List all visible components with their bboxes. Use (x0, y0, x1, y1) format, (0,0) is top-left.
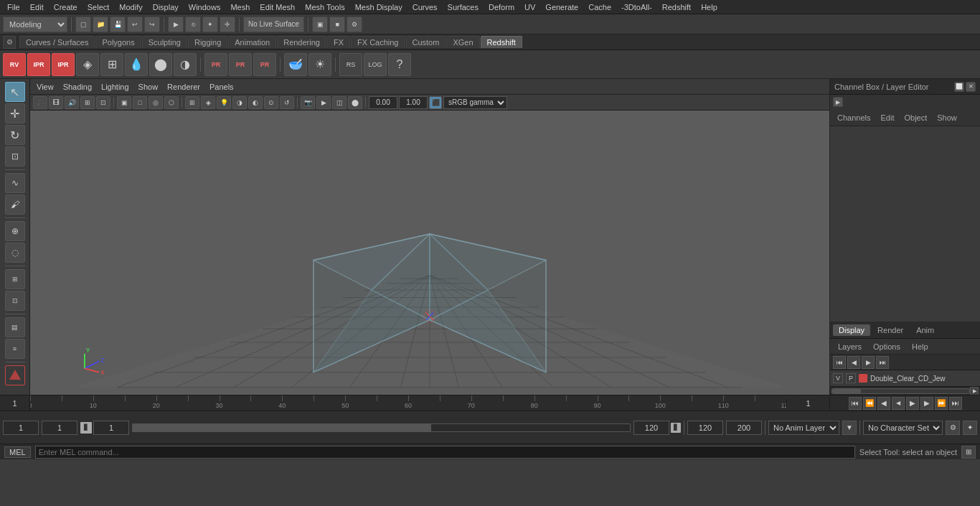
vp-snap-btn[interactable]: ⊡ (96, 96, 110, 109)
layers-menu-layers[interactable]: Layers (834, 342, 865, 352)
ch-tab-object[interactable]: Object (900, 112, 931, 123)
layer-btn-1[interactable]: ⏮ (833, 356, 846, 369)
viewport-canvas[interactable]: persp Z Y X (30, 111, 829, 395)
vp-nurbss-btn[interactable]: ⬤ (348, 96, 362, 109)
layer-color-swatch[interactable] (859, 374, 867, 383)
redshift-logo-btn[interactable] (5, 365, 25, 385)
shelf-tab-xgen[interactable]: XGen (446, 36, 479, 48)
menu-cache[interactable]: Cache (584, 1, 616, 13)
redo-btn[interactable]: ↪ (144, 17, 160, 32)
vp-smooth-btn[interactable]: ◎ (149, 96, 163, 109)
menu-windows[interactable]: Windows (184, 1, 225, 13)
vp-wire-btn[interactable]: ⬡ (164, 96, 179, 109)
soft-mod-btn[interactable]: ◌ (5, 243, 25, 263)
rs-icon-half-sphere[interactable]: ◑ (174, 53, 197, 76)
vp-film-btn[interactable]: 🎞 (49, 96, 63, 109)
frame-step-input[interactable] (42, 421, 77, 435)
tl-play-btn[interactable]: ▶ (906, 397, 919, 410)
menu-uv[interactable]: UV (520, 1, 540, 13)
vp-colorspace-select[interactable]: sRGB gamma (443, 96, 507, 109)
menu-mesh[interactable]: Mesh (226, 1, 254, 13)
layer-btn-2[interactable]: ◀ (847, 356, 860, 369)
layers-menu-help[interactable]: Help (908, 342, 932, 352)
vp-audio-btn[interactable]: 🔊 (65, 96, 79, 109)
ch-tab-show[interactable]: Show (933, 112, 961, 123)
snap-to-grid-btn[interactable]: ⊞ (5, 269, 25, 289)
workspace-dropdown[interactable]: Modeling (3, 17, 67, 32)
shelf-tab-custom[interactable]: Custom (406, 36, 446, 48)
vp-iso-btn[interactable]: ◈ (201, 96, 215, 109)
range-end-input[interactable] (687, 421, 723, 435)
mel-mode-btn[interactable]: MEL (4, 446, 31, 458)
frame-start-input[interactable] (3, 421, 39, 435)
shelf-tab-rendering[interactable]: Rendering (277, 36, 326, 48)
shelf-tab-polygons[interactable]: Polygons (95, 36, 141, 48)
vp-menu-shading[interactable]: Shading (60, 81, 95, 93)
display-layer-btn[interactable]: ▤ (5, 317, 25, 337)
anim-layer-btn[interactable]: ≡ (5, 339, 25, 359)
scroll-right-btn[interactable]: ▶ (970, 387, 979, 395)
shelf-settings-btn[interactable]: ⚙ (3, 36, 16, 49)
menu-surfaces[interactable]: Surfaces (443, 1, 483, 13)
range-end-handle[interactable]: ▊ (671, 423, 681, 433)
menu-display[interactable]: Display (149, 1, 183, 13)
vp-ms-btn[interactable]: ⊙ (264, 96, 278, 109)
vp-value1-input[interactable] (369, 96, 397, 109)
char-set-extra-btn[interactable]: ✦ (963, 421, 977, 435)
select-tool-btn[interactable]: ↖ (5, 82, 25, 102)
undo-btn[interactable]: ↩ (127, 17, 143, 32)
vp-resolution-btn[interactable]: ⊞ (185, 96, 199, 109)
menu-curves[interactable]: Curves (408, 1, 442, 13)
rs-icon-grid[interactable]: ⊞ (100, 53, 123, 76)
rs-icon-box-text[interactable]: RS (339, 53, 362, 76)
tl-prev-frame-btn[interactable]: ◀ (877, 397, 890, 410)
vp-shadow-btn[interactable]: ◑ (232, 96, 247, 109)
vp-menu-lighting[interactable]: Lighting (98, 81, 133, 93)
menu-deform[interactable]: Deform (484, 1, 519, 13)
vp-menu-view[interactable]: View (33, 81, 57, 93)
open-scene-btn[interactable]: 📁 (93, 17, 108, 32)
rs-icon-diamond[interactable]: ◈ (76, 53, 99, 76)
vp-bb-btn[interactable]: □ (133, 96, 147, 109)
range-slider[interactable] (132, 423, 631, 432)
menu-help[interactable]: Help (697, 1, 722, 13)
menu-redshift[interactable]: Redshift (658, 1, 695, 13)
tl-go-end-btn[interactable]: ⏭ (949, 397, 962, 410)
menu-select[interactable]: Select (83, 1, 114, 13)
rs-icon-ipr[interactable]: IPR (27, 53, 50, 76)
layer-visibility-v[interactable]: V (833, 373, 843, 383)
dr-tab-render[interactable]: Render (872, 324, 909, 336)
char-set-options-btn[interactable]: ⚙ (946, 421, 960, 435)
shelf-tab-animation[interactable]: Animation (228, 36, 276, 48)
shelf-tab-rigging[interactable]: Rigging (188, 36, 227, 48)
ipr-btn[interactable]: ■ (329, 17, 345, 32)
dr-tab-anim[interactable]: Anim (910, 324, 940, 336)
rs-icon-pr3[interactable]: PR (253, 53, 276, 76)
frame-end-display-input[interactable] (633, 421, 669, 435)
menu-generate[interactable]: Generate (541, 1, 583, 13)
anim-layer-options-btn[interactable]: ▼ (842, 421, 857, 435)
shelf-tab-fx-caching[interactable]: FX Caching (351, 36, 405, 48)
shelf-tab-redshift[interactable]: Redshift (481, 36, 522, 48)
move-tool-btn[interactable]: ✛ (5, 103, 25, 123)
rotate-tool-btn[interactable]: ↻ (5, 125, 25, 145)
char-set-dropdown[interactable]: No Character Set (863, 421, 943, 435)
snap-to-curve-btn[interactable]: ⊡ (5, 291, 25, 311)
dr-tab-display[interactable]: Display (833, 324, 870, 336)
vp-menu-panels[interactable]: Panels (206, 81, 237, 93)
menu-3dtall[interactable]: -3DtoAll- (617, 1, 656, 13)
render-settings-btn[interactable]: ⚙ (347, 17, 362, 32)
vp-hud-btn[interactable]: ◫ (332, 96, 347, 109)
rs-icon-pr2[interactable]: PR (229, 53, 252, 76)
layers-menu-options[interactable]: Options (870, 342, 904, 352)
new-scene-btn[interactable]: ▢ (75, 17, 91, 32)
vp-ao-btn[interactable]: ◐ (248, 96, 263, 109)
tl-go-start-btn[interactable]: ⏮ (849, 397, 862, 410)
vp-camera-btn[interactable]: 🎥 (33, 96, 47, 109)
vp-light-btn[interactable]: 💡 (217, 96, 231, 109)
vp-select-type-btn[interactable]: ▣ (117, 96, 131, 109)
no-live-surface-btn[interactable]: No Live Surface (243, 17, 304, 32)
ch-tab-edit[interactable]: Edit (876, 112, 898, 123)
menu-file[interactable]: File (3, 1, 24, 13)
move-btn[interactable]: ✛ (220, 17, 235, 32)
